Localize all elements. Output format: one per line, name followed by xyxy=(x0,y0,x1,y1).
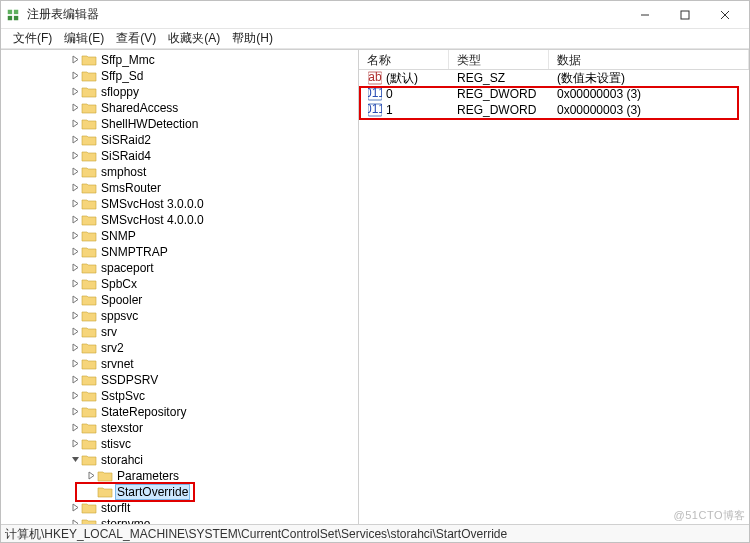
window-title: 注册表编辑器 xyxy=(27,6,625,23)
tree-node-label: Sffp_Mmc xyxy=(99,53,157,67)
chevron-right-icon[interactable] xyxy=(69,423,81,434)
chevron-right-icon[interactable] xyxy=(69,135,81,146)
value-row[interactable]: 0110REG_DWORD0x00000003 (3) xyxy=(359,86,749,102)
tree-node[interactable]: SpbCx xyxy=(5,276,358,292)
folder-icon xyxy=(81,85,97,99)
tree-node[interactable]: SNMP xyxy=(5,228,358,244)
tree-node[interactable]: SNMPTRAP xyxy=(5,244,358,260)
chevron-right-icon[interactable] xyxy=(69,295,81,306)
chevron-right-icon[interactable] xyxy=(69,391,81,402)
tree-node[interactable]: storflt xyxy=(5,500,358,516)
tree-node-label: stisvc xyxy=(99,437,133,451)
column-header-data[interactable]: 数据 xyxy=(549,50,749,69)
tree-node-label: SSDPSRV xyxy=(99,373,160,387)
menu-file[interactable]: 文件(F) xyxy=(7,30,58,47)
menu-help[interactable]: 帮助(H) xyxy=(226,30,279,47)
value-data: (数值未设置) xyxy=(549,70,749,87)
tree-node[interactable]: storahci xyxy=(5,452,358,468)
value-name: 1 xyxy=(386,103,393,117)
tree-node-label: SstpSvc xyxy=(99,389,147,403)
minimize-button[interactable] xyxy=(625,3,665,27)
tree-pane[interactable]: Sffp_MmcSffp_SdsfloppySharedAccessShellH… xyxy=(1,50,359,524)
chevron-right-icon[interactable] xyxy=(69,167,81,178)
chevron-right-icon[interactable] xyxy=(69,311,81,322)
menu-favorites[interactable]: 收藏夹(A) xyxy=(162,30,226,47)
tree-node[interactable]: SMSvcHost 4.0.0.0 xyxy=(5,212,358,228)
chevron-right-icon[interactable] xyxy=(69,503,81,514)
chevron-right-icon[interactable] xyxy=(69,327,81,338)
registry-tree: Sffp_MmcSffp_SdsfloppySharedAccessShellH… xyxy=(1,50,358,524)
tree-node[interactable]: Sffp_Sd xyxy=(5,68,358,84)
menu-view[interactable]: 查看(V) xyxy=(110,30,162,47)
tree-node[interactable]: stisvc xyxy=(5,436,358,452)
chevron-right-icon[interactable] xyxy=(69,279,81,290)
tree-node[interactable]: ShellHWDetection xyxy=(5,116,358,132)
tree-node[interactable]: Sffp_Mmc xyxy=(5,52,358,68)
chevron-right-icon[interactable] xyxy=(69,439,81,450)
svg-rect-3 xyxy=(14,15,18,19)
tree-node[interactable]: SiSRaid2 xyxy=(5,132,358,148)
tree-node[interactable]: sppsvc xyxy=(5,308,358,324)
tree-node[interactable]: stornvme xyxy=(5,516,358,524)
tree-node[interactable]: Parameters xyxy=(5,468,358,484)
tree-node[interactable]: SstpSvc xyxy=(5,388,358,404)
tree-node[interactable]: stexstor xyxy=(5,420,358,436)
list-pane[interactable]: 名称 类型 数据 ab(默认)REG_SZ(数值未设置)0110REG_DWOR… xyxy=(359,50,749,524)
value-type: REG_DWORD xyxy=(449,103,549,117)
chevron-right-icon[interactable] xyxy=(69,231,81,242)
chevron-right-icon[interactable] xyxy=(69,215,81,226)
chevron-right-icon[interactable] xyxy=(69,119,81,130)
tree-node[interactable]: SmsRouter xyxy=(5,180,358,196)
folder-icon xyxy=(81,357,97,371)
close-button[interactable] xyxy=(705,3,745,27)
tree-node[interactable]: SMSvcHost 3.0.0.0 xyxy=(5,196,358,212)
tree-node[interactable]: StateRepository xyxy=(5,404,358,420)
tree-node[interactable]: spaceport xyxy=(5,260,358,276)
tree-node[interactable]: smphost xyxy=(5,164,358,180)
chevron-right-icon[interactable] xyxy=(69,263,81,274)
column-header-type[interactable]: 类型 xyxy=(449,50,549,69)
value-row[interactable]: ab(默认)REG_SZ(数值未设置) xyxy=(359,70,749,86)
svg-rect-2 xyxy=(8,15,12,19)
tree-node[interactable]: StartOverride xyxy=(5,484,358,500)
tree-node[interactable]: srv xyxy=(5,324,358,340)
chevron-right-icon[interactable] xyxy=(85,471,97,482)
chevron-right-icon[interactable] xyxy=(69,247,81,258)
chevron-right-icon[interactable] xyxy=(69,55,81,66)
chevron-right-icon[interactable] xyxy=(69,519,81,525)
folder-icon xyxy=(81,405,97,419)
chevron-right-icon[interactable] xyxy=(69,375,81,386)
tree-node[interactable]: sfloppy xyxy=(5,84,358,100)
chevron-right-icon[interactable] xyxy=(69,183,81,194)
tree-node[interactable]: SharedAccess xyxy=(5,100,358,116)
svg-text:011: 011 xyxy=(368,87,382,100)
chevron-right-icon[interactable] xyxy=(69,343,81,354)
tree-node-label: Parameters xyxy=(115,469,181,483)
chevron-right-icon[interactable] xyxy=(69,103,81,114)
chevron-right-icon[interactable] xyxy=(69,407,81,418)
menu-edit[interactable]: 编辑(E) xyxy=(58,30,110,47)
maximize-button[interactable] xyxy=(665,3,705,27)
tree-node[interactable]: srvnet xyxy=(5,356,358,372)
string-value-icon: ab xyxy=(367,71,383,85)
tree-node-label: SMSvcHost 3.0.0.0 xyxy=(99,197,206,211)
tree-node[interactable]: Spooler xyxy=(5,292,358,308)
dword-value-icon: 011 xyxy=(367,103,383,117)
tree-node-label: SiSRaid2 xyxy=(99,133,153,147)
folder-icon xyxy=(97,485,113,499)
chevron-right-icon[interactable] xyxy=(69,359,81,370)
tree-node[interactable]: SSDPSRV xyxy=(5,372,358,388)
tree-node[interactable]: srv2 xyxy=(5,340,358,356)
column-header-name[interactable]: 名称 xyxy=(359,50,449,69)
tree-node[interactable]: SiSRaid4 xyxy=(5,148,358,164)
chevron-right-icon[interactable] xyxy=(69,87,81,98)
tree-node-label: StartOverride xyxy=(115,484,190,500)
value-row[interactable]: 0111REG_DWORD0x00000003 (3) xyxy=(359,102,749,118)
dword-value-icon: 011 xyxy=(367,87,383,101)
chevron-right-icon[interactable] xyxy=(69,199,81,210)
content-area: Sffp_MmcSffp_SdsfloppySharedAccessShellH… xyxy=(1,49,749,524)
chevron-down-icon[interactable] xyxy=(69,455,81,466)
chevron-right-icon[interactable] xyxy=(69,71,81,82)
chevron-right-icon[interactable] xyxy=(69,151,81,162)
tree-node-label: SpbCx xyxy=(99,277,139,291)
